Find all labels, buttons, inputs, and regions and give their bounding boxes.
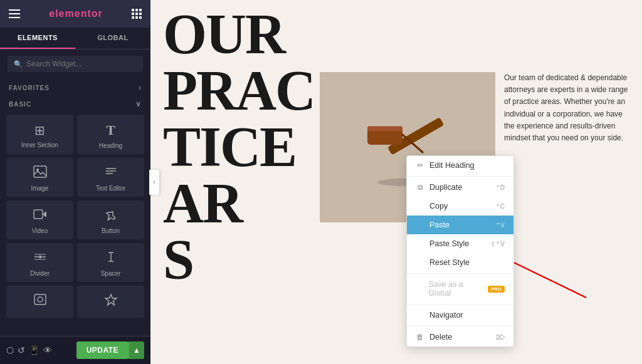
context-menu-reset-style[interactable]: Reset Style xyxy=(407,253,513,272)
page-preview: OURPRACTICEARS Our team of dedicated & d… xyxy=(150,0,642,364)
widget-inner-section[interactable]: ⊞ Inner Section xyxy=(6,115,73,154)
left-panel: elementor ELEMENTS GLOBAL 🔍 FAVORITES › … xyxy=(0,0,150,364)
search-box: 🔍 xyxy=(8,56,143,72)
widget-icon1[interactable] xyxy=(6,286,73,318)
basic-section-label: BASIC ∨ xyxy=(0,95,150,111)
context-menu-copy[interactable]: Copy ⌃C xyxy=(407,197,513,216)
context-menu-edit-heading[interactable]: ✏ Edit Heading xyxy=(407,156,513,175)
text-block: Our team of dedicated & dependable attor… xyxy=(504,72,629,144)
widget-icon2[interactable] xyxy=(77,286,144,318)
update-group: UPDATE ▲ xyxy=(76,341,144,359)
widget-image[interactable]: Image xyxy=(6,158,73,197)
svg-marker-17 xyxy=(105,294,117,305)
svg-rect-5 xyxy=(34,210,43,219)
favorites-chevron-icon[interactable]: › xyxy=(139,83,142,92)
widgets-grid: ⊞ Inner Section T Heading Image Text Ed xyxy=(0,111,150,321)
svg-rect-20 xyxy=(367,126,403,131)
svg-marker-6 xyxy=(43,211,46,217)
widget-spacer[interactable]: Spacer xyxy=(77,243,144,282)
panel-tabs: ELEMENTS GLOBAL xyxy=(0,28,150,49)
widget-text-editor[interactable]: Text Editor xyxy=(77,158,144,197)
tab-elements[interactable]: ELEMENTS xyxy=(0,28,75,49)
context-menu-paste-style[interactable]: Paste Style ⇧⌃V xyxy=(407,234,513,253)
practice-heading: OURPRACTICEARS xyxy=(163,6,315,288)
basic-chevron-icon[interactable]: ∨ xyxy=(135,100,142,108)
svg-rect-0 xyxy=(34,166,46,177)
image-icon xyxy=(33,165,47,181)
panel-footer: ⬡ ↺ 📱 👁 UPDATE ▲ xyxy=(0,336,150,364)
widget-heading[interactable]: T Heading xyxy=(77,115,144,154)
widget-video[interactable]: Video xyxy=(6,200,73,239)
search-input[interactable] xyxy=(26,60,137,68)
main-content: OURPRACTICEARS Our team of dedicated & d… xyxy=(150,0,642,364)
context-menu-duplicate[interactable]: ⧉ Duplicate ⌃D xyxy=(407,178,513,197)
widget-button[interactable]: Button xyxy=(77,200,144,239)
button-icon xyxy=(104,208,118,224)
search-icon: 🔍 xyxy=(14,60,23,68)
video-icon xyxy=(33,208,47,224)
text-editor-icon xyxy=(104,165,118,181)
collapse-handle[interactable]: ‹ xyxy=(149,170,159,195)
edit-icon: ✏ xyxy=(416,161,424,170)
delete-icon: 🗑 xyxy=(416,333,424,341)
hamburger-menu-icon[interactable] xyxy=(9,9,20,18)
layers-icon[interactable]: ⬡ xyxy=(6,345,14,355)
heading-icon: T xyxy=(106,122,115,138)
inner-section-icon: ⊞ xyxy=(34,123,45,138)
context-menu-navigator[interactable]: Navigator xyxy=(407,306,513,325)
eye-icon[interactable]: 👁 xyxy=(43,345,52,355)
context-menu-save-global[interactable]: Save as a Global PRO xyxy=(407,275,513,303)
panel-scroll-area: FAVORITES › BASIC ∨ ⊞ Inner Section T He… xyxy=(0,78,150,336)
widget-icon1-icon xyxy=(33,293,47,309)
duplicate-icon: ⧉ xyxy=(416,183,424,192)
responsive-icon[interactable]: 📱 xyxy=(29,345,39,355)
update-button[interactable]: UPDATE xyxy=(76,341,129,359)
widget-divider[interactable]: Divider xyxy=(6,243,73,282)
divider-icon xyxy=(33,251,47,266)
favorites-section-label: FAVORITES › xyxy=(0,78,150,95)
tab-global[interactable]: GLOBAL xyxy=(75,28,150,49)
update-arrow-button[interactable]: ▲ xyxy=(129,341,144,359)
widget-icon2-icon xyxy=(104,293,118,309)
grid-apps-icon[interactable] xyxy=(132,9,142,19)
history-icon[interactable]: ↺ xyxy=(18,345,25,355)
svg-point-16 xyxy=(38,297,43,302)
context-menu-delete[interactable]: 🗑 Delete ⌦ xyxy=(407,328,513,346)
svg-marker-8 xyxy=(39,255,43,259)
context-menu: ✏ Edit Heading ⧉ Duplicate ⌃D Copy ⌃C Pa… xyxy=(406,155,514,347)
svg-rect-15 xyxy=(34,294,46,304)
pro-badge: PRO xyxy=(488,286,505,293)
panel-header: elementor xyxy=(0,0,150,28)
spacer-icon xyxy=(104,251,118,266)
elementor-logo: elementor xyxy=(49,8,102,19)
context-menu-paste[interactable]: Paste ⌃V xyxy=(407,216,513,234)
